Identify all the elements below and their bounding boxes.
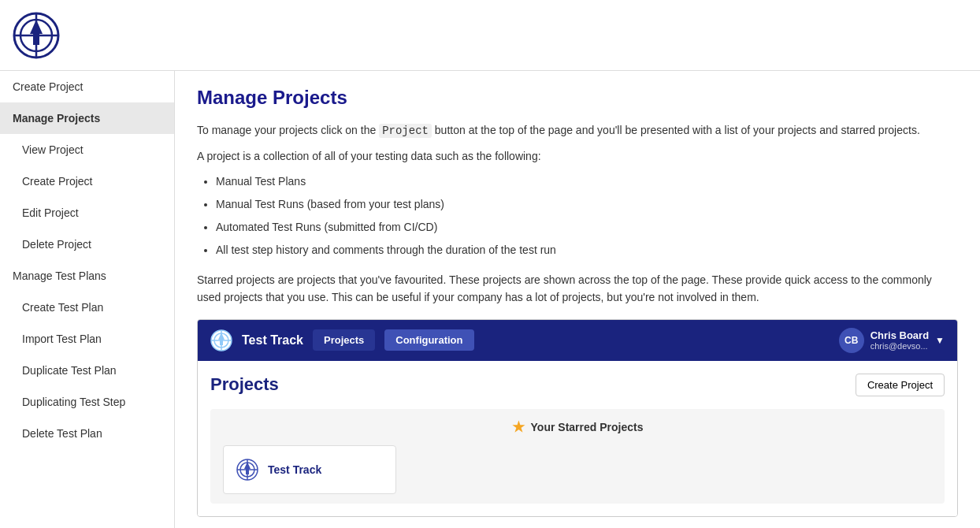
mockup-project-card[interactable]: Test Track bbox=[223, 445, 396, 494]
intro-paragraph: To manage your projects click on the Pro… bbox=[197, 121, 958, 139]
mockup-logo bbox=[210, 329, 232, 351]
collection-text: A project is a collection of all of your… bbox=[197, 147, 958, 165]
svg-rect-17 bbox=[246, 469, 249, 474]
main-content: Manage Projects To manage your projects … bbox=[175, 71, 980, 528]
mockup-user-info: Chris Board chris@devso... bbox=[870, 329, 929, 351]
sidebar-item-manage-test-plans[interactable]: Manage Test Plans bbox=[0, 260, 174, 292]
mockup-starred-header: ★ Your Starred Projects bbox=[223, 418, 932, 436]
svg-rect-5 bbox=[33, 34, 39, 45]
mockup-user-email: chris@devso... bbox=[870, 341, 929, 351]
mockup-user-name: Chris Board bbox=[870, 329, 929, 341]
list-item: All test step history and comments throu… bbox=[216, 242, 958, 258]
page-title: Manage Projects bbox=[197, 87, 958, 109]
svg-rect-11 bbox=[220, 340, 223, 345]
sidebar-item-edit-project[interactable]: Edit Project bbox=[0, 197, 174, 229]
mockup-dropdown-icon[interactable]: ▼ bbox=[935, 335, 945, 346]
feature-list: Manual Test PlansManual Test Runs (based… bbox=[216, 173, 958, 258]
header bbox=[0, 0, 980, 71]
mockup-projects-button[interactable]: Projects bbox=[313, 329, 375, 351]
sidebar-item-view-project[interactable]: View Project bbox=[0, 134, 174, 165]
sidebar-item-import-test-plan[interactable]: Import Test Plan bbox=[0, 323, 174, 355]
mockup-content-title: Projects bbox=[210, 374, 279, 395]
browser-mockup: Test Track Projects Configuration CB Chr… bbox=[197, 319, 958, 517]
sidebar-item-delete-test-plan[interactable]: Delete Test Plan bbox=[0, 418, 174, 449]
mockup-create-project-button[interactable]: Create Project bbox=[856, 374, 945, 396]
mockup-nav-left: Test Track Projects Configuration bbox=[210, 329, 474, 351]
sidebar-item-duplicate-test-plan[interactable]: Duplicate Test Plan bbox=[0, 355, 174, 386]
app-logo bbox=[13, 12, 60, 59]
sidebar-item-create-project[interactable]: Create Project bbox=[0, 71, 174, 102]
mockup-nav-right: CB Chris Board chris@devso... ▼ bbox=[839, 328, 945, 353]
project-card-name: Test Track bbox=[268, 463, 321, 476]
starred-text: Starred projects are projects that you'v… bbox=[197, 271, 958, 307]
main-layout: Create ProjectManage ProjectsView Projec… bbox=[0, 71, 980, 528]
star-icon: ★ bbox=[512, 418, 525, 436]
sidebar-item-duplicating-test-step[interactable]: Duplicating Test Step bbox=[0, 386, 174, 418]
sidebar-item-create-project-2[interactable]: Create Project bbox=[0, 165, 174, 197]
project-card-icon bbox=[236, 459, 258, 481]
sidebar-item-delete-project[interactable]: Delete Project bbox=[0, 229, 174, 260]
list-item: Manual Test Runs (based from your test p… bbox=[216, 196, 958, 213]
list-item: Automated Test Runs (submitted from CI/C… bbox=[216, 219, 958, 236]
sidebar-item-manage-projects[interactable]: Manage Projects bbox=[0, 102, 174, 134]
list-item: Manual Test Plans bbox=[216, 173, 958, 190]
mockup-content-header: Projects Create Project bbox=[210, 374, 945, 396]
sidebar: Create ProjectManage ProjectsView Projec… bbox=[0, 71, 175, 528]
mockup-brand: Test Track bbox=[242, 333, 303, 348]
project-code: Project bbox=[379, 124, 432, 138]
mockup-navbar: Test Track Projects Configuration CB Chr… bbox=[198, 320, 957, 361]
mockup-starred-section: ★ Your Starred Projects Test Track bbox=[210, 409, 945, 504]
mockup-content: Projects Create Project ★ Your Starred P… bbox=[198, 361, 957, 516]
mockup-avatar: CB bbox=[839, 328, 864, 353]
mockup-config-button[interactable]: Configuration bbox=[384, 329, 473, 351]
sidebar-item-create-test-plan[interactable]: Create Test Plan bbox=[0, 292, 174, 323]
starred-label: Your Starred Projects bbox=[531, 421, 644, 433]
